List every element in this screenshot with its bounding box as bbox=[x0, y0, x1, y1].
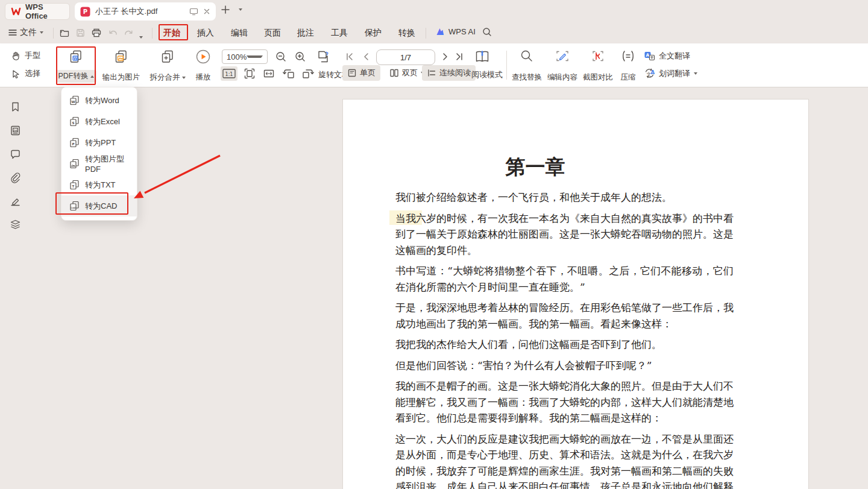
menu-item-to-image-pdf[interactable]: 转为图片型PDF bbox=[61, 153, 137, 174]
fit-width-icon[interactable] bbox=[263, 68, 275, 80]
comment-panel-icon[interactable] bbox=[10, 148, 21, 160]
menu-tab-insert[interactable]: 插入 bbox=[197, 28, 214, 39]
menu-tab-edit[interactable]: 编辑 bbox=[231, 28, 248, 39]
zoom-level-value: 100% bbox=[227, 52, 247, 62]
menu-tab-comment[interactable]: 批注 bbox=[297, 28, 314, 39]
page-indicator-input[interactable]: 1/7 bbox=[376, 49, 435, 65]
print-icon[interactable] bbox=[91, 28, 102, 38]
full-translate-icon: A bbox=[644, 51, 655, 62]
menu-tab-page[interactable]: 页面 bbox=[264, 28, 281, 39]
menu-item-to-cad[interactable]: CAD 转为CAD bbox=[61, 195, 137, 216]
signature-panel-icon[interactable] bbox=[10, 195, 21, 207]
zoom-in-icon[interactable] bbox=[294, 51, 307, 63]
split-merge-icon bbox=[160, 49, 175, 65]
open-file-icon[interactable] bbox=[59, 28, 70, 38]
read-mode-label[interactable]: 阅读模式 bbox=[471, 69, 503, 80]
edit-content-label: 编辑内容 bbox=[547, 72, 577, 83]
full-translate-button[interactable]: A 全文翻译 bbox=[644, 51, 690, 62]
paragraph: 我的画不是帽子的画。这是一张大蟒蛇消化大象的照片。但是由于大人们不能理解它，我又… bbox=[395, 378, 734, 426]
menu-item-to-txt[interactable]: T 转为TXT bbox=[61, 174, 137, 195]
redo-icon[interactable] bbox=[124, 28, 134, 37]
compress-button[interactable]: 压缩 bbox=[618, 49, 638, 83]
menu-item-to-excel[interactable]: S 转为Excel bbox=[61, 111, 137, 132]
tab-monitor-icon[interactable] bbox=[189, 7, 198, 16]
menu-item-label: 转为TXT bbox=[85, 180, 116, 191]
menu-item-to-word[interactable]: W 转为Word bbox=[61, 90, 137, 111]
file-menu-button[interactable]: 文件 bbox=[8, 27, 43, 38]
undo-icon[interactable] bbox=[108, 28, 118, 37]
menu-tab-home[interactable]: 开始 bbox=[163, 28, 180, 39]
attachment-panel-icon[interactable] bbox=[10, 172, 21, 183]
document-tab[interactable]: P 小王子 长中文.pdf bbox=[75, 2, 216, 21]
find-replace-label: 查找替换 bbox=[512, 72, 542, 83]
screenshot-compare-icon bbox=[591, 49, 605, 63]
wps-office-window: WPS Office P 小王子 长中文.pdf 文件 bbox=[0, 0, 868, 489]
menu-tab-tools[interactable]: 工具 bbox=[331, 28, 348, 39]
word-translate-button[interactable]: 文A 划词翻译 bbox=[644, 68, 697, 79]
prev-page-icon[interactable] bbox=[362, 52, 370, 62]
wps-ai-label: WPS AI bbox=[448, 27, 476, 36]
to-ppt-icon: P bbox=[69, 137, 80, 148]
continuous-read-button[interactable]: 连续阅读 bbox=[422, 65, 476, 81]
to-txt-icon: T bbox=[69, 180, 80, 190]
bookmark-panel-icon[interactable] bbox=[10, 101, 21, 113]
thumbnail-panel-icon[interactable] bbox=[10, 125, 21, 136]
hamburger-icon bbox=[8, 29, 17, 36]
rotate-right-icon[interactable] bbox=[301, 68, 315, 80]
find-replace-icon bbox=[520, 49, 534, 63]
new-tab-button[interactable] bbox=[221, 5, 230, 14]
continuous-read-icon bbox=[427, 68, 436, 78]
tab-list-chevron-icon[interactable] bbox=[239, 8, 242, 11]
next-page-icon[interactable] bbox=[441, 52, 450, 62]
first-page-icon[interactable] bbox=[345, 52, 354, 62]
pdf-convert-button[interactable]: W PDF转换 bbox=[58, 49, 94, 83]
pdf-page[interactable]: 第一章 我们被介绍给叙述者，一个飞行员，和他关于成年人的想法。 当我六岁的时候，… bbox=[342, 99, 809, 489]
chevron-down-icon bbox=[694, 72, 697, 75]
wps-ai-logo-icon bbox=[435, 27, 445, 36]
edit-content-button[interactable]: 编辑内容 bbox=[546, 49, 579, 83]
hand-tool-label: 手型 bbox=[25, 50, 40, 61]
quick-access-chevron-icon[interactable] bbox=[139, 30, 143, 41]
svg-text:P: P bbox=[72, 142, 74, 146]
wps-home-button[interactable]: WPS Office bbox=[5, 3, 70, 20]
paragraph: 我们被介绍给叙述者，一个飞行员，和他关于成年人的想法。 bbox=[395, 189, 734, 206]
menu-item-to-ppt[interactable]: P 转为PPT bbox=[61, 132, 137, 153]
layers-panel-icon[interactable] bbox=[10, 219, 21, 230]
tab-close-icon[interactable] bbox=[203, 8, 210, 15]
find-replace-button[interactable]: 查找替换 bbox=[511, 49, 543, 83]
paragraph: 我把我的杰作给大人们看，问他们这幅画是否吓到了他们。 bbox=[395, 336, 734, 353]
play-button[interactable]: 播放 bbox=[190, 49, 216, 83]
last-page-icon[interactable] bbox=[454, 52, 464, 62]
menu-tab-convert[interactable]: 转换 bbox=[398, 28, 415, 39]
word-translate-label: 划词翻译 bbox=[659, 68, 690, 79]
divider bbox=[506, 51, 507, 80]
screenshot-compare-label: 截图对比 bbox=[583, 72, 613, 83]
export-image-button[interactable]: 输出为图片 bbox=[98, 49, 145, 83]
compress-label: 压缩 bbox=[621, 72, 636, 83]
svg-text:A: A bbox=[651, 69, 655, 75]
menu-tab-protect[interactable]: 保护 bbox=[365, 28, 382, 39]
single-page-button[interactable]: 单页 bbox=[342, 65, 380, 81]
zoom-out-icon[interactable] bbox=[275, 51, 288, 63]
full-translate-label: 全文翻译 bbox=[659, 51, 690, 62]
single-page-label: 单页 bbox=[360, 68, 376, 78]
search-icon[interactable] bbox=[482, 27, 492, 37]
paragraph: 于是，我深深地思考着丛林的冒险经历。在用彩色铅笔做了一些工作后，我成功地画出了我… bbox=[395, 300, 734, 332]
select-tool-button[interactable]: 选择 bbox=[11, 68, 40, 79]
export-image-icon bbox=[113, 49, 129, 65]
save-icon[interactable] bbox=[75, 28, 86, 38]
wps-ai-button[interactable]: WPS AI bbox=[435, 27, 476, 36]
read-mode-book-icon[interactable] bbox=[474, 48, 491, 65]
replace-pages-icon[interactable] bbox=[316, 49, 332, 65]
actual-size-button[interactable]: 1:1 bbox=[221, 66, 237, 81]
fit-page-icon[interactable] bbox=[244, 68, 256, 80]
double-page-icon bbox=[389, 68, 399, 78]
screenshot-compare-button[interactable]: 截图对比 bbox=[582, 49, 614, 83]
paragraph: 当我六岁的时候，有一次我在一本名为《来自大自然的真实故事》的书中看到了一幅关于原… bbox=[395, 210, 734, 259]
edit-content-icon bbox=[555, 49, 570, 63]
hand-tool-button[interactable]: 手型 bbox=[11, 50, 40, 61]
split-merge-button[interactable]: 拆分合并 bbox=[146, 49, 189, 83]
menu-item-label: 转为Excel bbox=[85, 116, 120, 127]
zoom-level-select[interactable]: 100% bbox=[222, 49, 268, 64]
rotate-left-icon[interactable] bbox=[282, 68, 295, 80]
